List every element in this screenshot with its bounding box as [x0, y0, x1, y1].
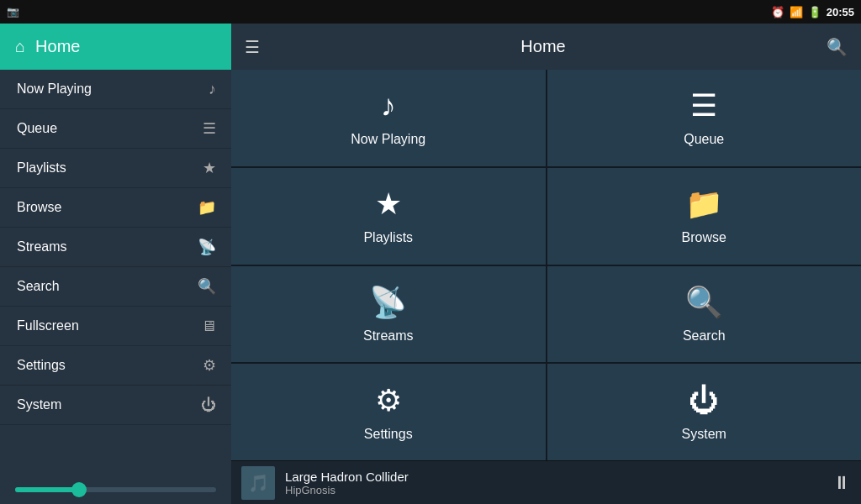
queue-icon: ☰	[203, 119, 216, 138]
grid-item-search[interactable]: 🔍 Search	[547, 266, 862, 363]
now-playing-artist: HipGnosis	[285, 484, 822, 496]
grid-browse-label: Browse	[682, 230, 726, 245]
status-bar: 📷 ⏰ 📶 🔋 20:55	[0, 0, 861, 24]
grid-streams-label: Streams	[363, 328, 414, 344]
grid-item-settings[interactable]: ⚙ Settings	[231, 364, 546, 460]
star-icon: ★	[203, 159, 216, 177]
sidebar-now-playing-label: Now Playing	[17, 81, 209, 97]
volume-slider-fill	[15, 487, 76, 492]
now-playing-bar: 🎵 Large Hadron Collider HipGnosis ⏸	[231, 460, 861, 504]
topbar-menu-icon[interactable]: ☰	[245, 37, 260, 57]
grid-music-note-icon: ♪	[381, 88, 396, 123]
topbar-search-icon[interactable]: 🔍	[827, 37, 848, 57]
volume-slider-track[interactable]	[15, 487, 216, 492]
grid-star-icon: ★	[375, 186, 402, 222]
pause-button[interactable]: ⏸	[832, 472, 851, 494]
sidebar-browse-label: Browse	[17, 200, 198, 215]
sidebar-item-fullscreen[interactable]: Fullscreen 🖥	[0, 307, 231, 346]
folder-icon: 📁	[198, 198, 216, 217]
album-art-thumbnail: 🎵	[241, 466, 275, 500]
sidebar-streams-label: Streams	[17, 239, 198, 255]
alarm-icon: ⏰	[771, 6, 784, 18]
screen-icon: 📷	[7, 6, 19, 18]
grid-folder-icon: 📁	[685, 186, 723, 222]
wifi-icon: 📶	[790, 6, 803, 18]
sidebar-item-queue[interactable]: Queue ☰	[0, 109, 231, 149]
sidebar-system-label: System	[17, 397, 201, 412]
volume-slider-thumb[interactable]	[71, 482, 87, 497]
sidebar-queue-label: Queue	[17, 121, 203, 136]
main-grid: ♪ Now Playing ☰ Queue ★ Playlists 📁 Brow…	[231, 70, 861, 460]
sidebar-item-settings[interactable]: Settings ⚙	[0, 346, 231, 386]
grid-item-browse[interactable]: 📁 Browse	[547, 168, 862, 265]
battery-icon: 🔋	[808, 6, 821, 18]
grid-system-label: System	[682, 427, 726, 442]
content-area: ☰ Home 🔍 ♪ Now Playing ☰ Queue ★ Playlis…	[231, 24, 861, 504]
sidebar-item-browse[interactable]: Browse 📁	[0, 188, 231, 228]
main-layout: ⌂ Home Now Playing ♪ Queue ☰ Playlists ★…	[0, 24, 861, 504]
album-art-icon: 🎵	[248, 473, 269, 493]
sidebar: ⌂ Home Now Playing ♪ Queue ☰ Playlists ★…	[0, 24, 231, 504]
topbar-title: Home	[520, 37, 565, 56]
grid-item-queue[interactable]: ☰ Queue	[547, 70, 862, 166]
grid-gear-icon: ⚙	[375, 383, 402, 418]
grid-search-label: Search	[683, 328, 726, 344]
music-note-icon: ♪	[209, 81, 216, 98]
search-icon: 🔍	[198, 277, 216, 296]
grid-now-playing-label: Now Playing	[351, 132, 425, 147]
sidebar-fullscreen-label: Fullscreen	[17, 318, 201, 333]
grid-item-system[interactable]: ⏻ System	[547, 364, 862, 460]
sidebar-playlists-label: Playlists	[17, 160, 203, 176]
grid-search-icon: 🔍	[685, 285, 723, 320]
rss-icon: 📡	[198, 238, 216, 256]
now-playing-info: Large Hadron Collider HipGnosis	[285, 470, 822, 496]
sidebar-item-now-playing[interactable]: Now Playing ♪	[0, 70, 231, 109]
status-bar-right: ⏰ 📶 🔋 20:55	[771, 6, 854, 18]
topbar: ☰ Home 🔍	[231, 24, 861, 70]
gear-icon: ⚙	[203, 356, 216, 375]
grid-item-streams[interactable]: 📡 Streams	[231, 266, 546, 363]
grid-rss-icon: 📡	[369, 285, 407, 320]
sidebar-item-search[interactable]: Search 🔍	[0, 267, 231, 307]
grid-item-playlists[interactable]: ★ Playlists	[231, 168, 546, 265]
now-playing-controls: ⏸	[832, 472, 851, 494]
grid-settings-label: Settings	[364, 427, 413, 442]
volume-control[interactable]	[0, 475, 231, 504]
sidebar-item-system[interactable]: System ⏻	[0, 386, 231, 425]
sidebar-item-playlists[interactable]: Playlists ★	[0, 149, 231, 188]
sidebar-home-label: Home	[35, 37, 80, 56]
sidebar-settings-label: Settings	[17, 358, 203, 373]
sidebar-search-label: Search	[17, 279, 198, 294]
power-icon: ⏻	[201, 396, 216, 414]
grid-queue-icon: ☰	[690, 88, 717, 123]
sidebar-item-streams[interactable]: Streams 📡	[0, 228, 231, 267]
home-icon: ⌂	[15, 37, 25, 56]
time-display: 20:55	[827, 6, 854, 18]
grid-queue-label: Queue	[684, 132, 724, 147]
grid-playlists-label: Playlists	[363, 230, 413, 245]
grid-power-icon: ⏻	[689, 383, 719, 418]
status-bar-left: 📷	[7, 6, 19, 18]
sidebar-item-home[interactable]: ⌂ Home	[0, 24, 231, 70]
grid-item-now-playing[interactable]: ♪ Now Playing	[231, 70, 546, 166]
fullscreen-icon: 🖥	[201, 318, 216, 335]
now-playing-title: Large Hadron Collider	[285, 470, 822, 484]
